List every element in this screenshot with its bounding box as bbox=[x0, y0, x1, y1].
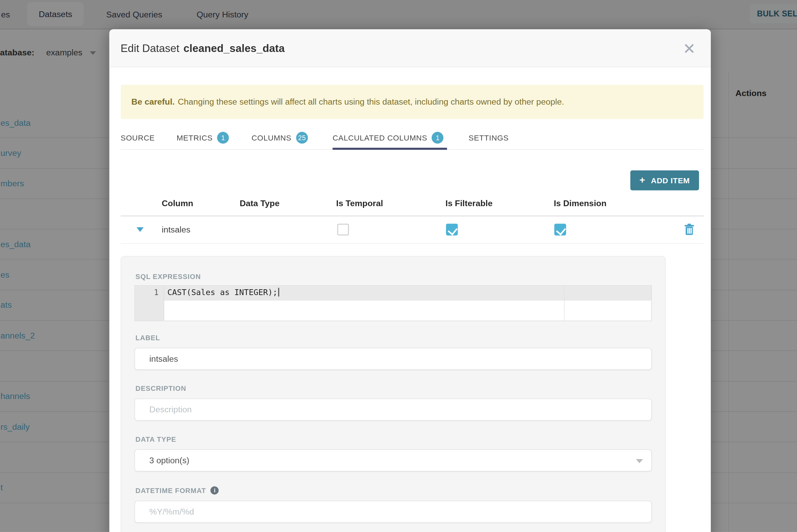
delete-trash-icon[interactable] bbox=[684, 223, 694, 236]
is-dimension-checkbox[interactable] bbox=[554, 224, 566, 236]
sql-expression-label: SQL EXPRESSION bbox=[135, 273, 201, 281]
modal-title: Edit Dataset cleaned_sales_data bbox=[121, 29, 285, 67]
warning-bold: Be careful. bbox=[131, 97, 175, 107]
select-caret-icon bbox=[636, 459, 643, 463]
tab-count-badge: 1 bbox=[217, 132, 229, 144]
column-header-is-temporal: Is Temporal bbox=[336, 199, 383, 209]
label-field-label: LABEL bbox=[135, 334, 160, 342]
label-input[interactable]: intsales bbox=[134, 348, 652, 370]
tab-count-badge: 1 bbox=[432, 132, 444, 144]
active-tab-underline bbox=[332, 148, 447, 150]
close-icon[interactable] bbox=[683, 42, 695, 54]
sql-code: CAST(Sales as INTEGER); bbox=[167, 288, 279, 297]
modal-tab-calculated-columns[interactable]: CALCULATED COLUMNS1 bbox=[332, 130, 444, 145]
sql-expression-editor[interactable]: 1 CAST(Sales as INTEGER); bbox=[134, 285, 652, 321]
tab-label: SOURCE bbox=[121, 133, 155, 142]
editor-print-margin bbox=[564, 286, 565, 321]
column-header-is-dimension: Is Dimension bbox=[554, 199, 606, 209]
tab-label: COLUMNS bbox=[251, 133, 291, 142]
modal-tab-metrics[interactable]: METRICS1 bbox=[177, 130, 229, 145]
data-type-value: 3 option(s) bbox=[149, 455, 190, 465]
editor-line-number: 1 bbox=[135, 288, 159, 297]
modal-tab-columns[interactable]: COLUMNS25 bbox=[251, 130, 308, 145]
datetime-format-input[interactable]: %Y/%m/%d bbox=[134, 501, 652, 523]
is-filterable-checkbox[interactable] bbox=[446, 224, 458, 236]
info-icon[interactable]: i bbox=[211, 486, 219, 494]
datetime-format-placeholder: %Y/%m/%d bbox=[149, 507, 194, 517]
modal-header: Edit Dataset cleaned_sales_data bbox=[109, 29, 711, 67]
data-type-select[interactable]: 3 option(s) bbox=[134, 449, 652, 471]
column-header-column: Column bbox=[162, 199, 193, 209]
data-type-field-label: DATA TYPE bbox=[135, 436, 176, 443]
calculated-column-detail-panel: SQL EXPRESSION 1 CAST(Sales as INTEGER);… bbox=[121, 256, 666, 532]
screenshot-root: es Datasets Saved Queries Query History … bbox=[0, 0, 797, 532]
warning-text: Changing these settings will affect all … bbox=[178, 97, 564, 107]
is-temporal-checkbox[interactable] bbox=[337, 224, 349, 236]
datetime-format-field-label: DATETIME FORMAT i bbox=[135, 486, 219, 494]
add-item-button[interactable]: + ADD ITEM bbox=[630, 170, 699, 190]
tab-count-badge: 25 bbox=[296, 132, 308, 144]
plus-icon: + bbox=[639, 174, 645, 185]
description-field-label: DESCRIPTION bbox=[135, 385, 186, 393]
tab-label: CALCULATED COLUMNS bbox=[332, 133, 427, 142]
edit-dataset-modal: Edit Dataset cleaned_sales_data Be caref… bbox=[109, 29, 711, 532]
warning-banner: Be careful. Changing these settings will… bbox=[121, 85, 704, 119]
modal-title-prefix: Edit Dataset bbox=[121, 42, 180, 54]
table-header-divider bbox=[121, 215, 704, 216]
column-header-is-filterable: Is Filterable bbox=[445, 199, 493, 209]
row-expand-caret-icon[interactable] bbox=[136, 227, 144, 232]
description-placeholder: Description bbox=[149, 405, 192, 415]
modal-tab-settings[interactable]: SETTINGS bbox=[469, 130, 509, 145]
calculated-column-name: intsales bbox=[162, 225, 191, 235]
row-divider bbox=[121, 243, 704, 244]
tab-label: METRICS bbox=[177, 133, 212, 142]
text-cursor bbox=[278, 288, 279, 297]
modal-tab-source[interactable]: SOURCE bbox=[121, 130, 155, 145]
tab-label: SETTINGS bbox=[469, 133, 509, 142]
add-item-label: ADD ITEM bbox=[651, 176, 690, 185]
modal-title-dataset-name: cleaned_sales_data bbox=[183, 42, 285, 54]
column-header-data-type: Data Type bbox=[240, 199, 279, 209]
description-input[interactable]: Description bbox=[134, 399, 652, 421]
editor-gutter: 1 bbox=[135, 286, 165, 321]
